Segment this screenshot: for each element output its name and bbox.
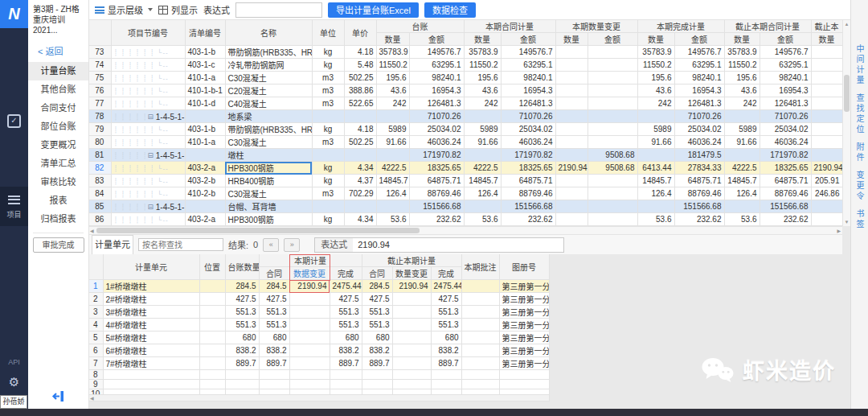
cell[interactable]: 551.3 (259, 306, 289, 319)
cell[interactable]: 16954.3 (501, 84, 555, 97)
row-number[interactable]: 86 (88, 213, 111, 226)
row-number[interactable]: 9 (88, 380, 103, 389)
cell[interactable] (225, 380, 259, 389)
cell[interactable] (588, 200, 637, 213)
cell[interactable] (811, 136, 842, 149)
cell[interactable]: 7#桥墩墩柱 (103, 357, 199, 370)
row-number[interactable]: 84 (88, 187, 111, 200)
gear-icon[interactable]: ⚙ (0, 375, 28, 389)
unit-expression-value[interactable]: 2190.94 (353, 240, 563, 249)
cell[interactable]: 3#桥墩墩柱 (103, 306, 199, 319)
cell[interactable] (588, 213, 637, 226)
cell[interactable] (555, 149, 588, 162)
cell[interactable]: 149576.7 (760, 46, 811, 59)
sub-header-amt[interactable]: 金额 (674, 33, 724, 46)
cell[interactable] (588, 123, 637, 136)
panel-item-change-order[interactable]: 变更令 (854, 171, 866, 202)
cell[interactable]: 195.6 (724, 72, 760, 84)
horizontal-scroll-thumb[interactable] (96, 228, 420, 233)
row-number[interactable]: 74 (88, 59, 111, 72)
cell[interactable]: 63295.1 (760, 59, 811, 72)
cell[interactable]: 151566.68 (674, 200, 724, 213)
next-result-button[interactable]: » (284, 238, 300, 252)
sidebar-item-project[interactable]: 项目 (0, 187, 28, 226)
cell[interactable] (289, 370, 330, 380)
cell[interactable]: 88769.46 (674, 187, 724, 200)
cell[interactable]: 98240.1 (760, 72, 811, 84)
cell[interactable]: 889.7 (362, 357, 392, 370)
cell[interactable] (392, 370, 431, 380)
scroll-left-icon[interactable]: ◀ (90, 228, 94, 233)
cell[interactable] (289, 380, 330, 389)
cell[interactable] (555, 187, 588, 200)
prev-result-button[interactable]: « (263, 238, 279, 252)
cell[interactable]: 64875.71 (409, 175, 464, 187)
unit-group-header-todate[interactable]: 截止本期计量 (362, 254, 461, 267)
cell[interactable]: 427.5 (431, 293, 461, 306)
horizontal-scrollbar[interactable]: ◀ ▶ (88, 226, 842, 235)
cell[interactable] (461, 344, 499, 357)
cell[interactable]: 98240.1 (674, 72, 724, 84)
cell[interactable]: 4222.5 (724, 162, 760, 175)
cell[interactable]: 91.66 (724, 136, 760, 149)
cell[interactable] (289, 344, 330, 357)
row-number[interactable]: 85 (88, 200, 111, 213)
cell[interactable]: 838.2 (330, 344, 362, 357)
cell[interactable]: 5#桥墩墩柱 (103, 332, 199, 344)
sub-header-qty[interactable]: 数量 (464, 33, 501, 46)
cell[interactable]: kg (312, 175, 344, 187)
expression-input[interactable] (235, 2, 322, 18)
cell[interactable] (555, 72, 588, 84)
cell[interactable] (392, 319, 431, 332)
cell[interactable]: 16954.3 (760, 84, 811, 97)
cell[interactable] (461, 370, 499, 380)
cell[interactable] (588, 97, 637, 110)
cell[interactable]: 171970.82 (501, 149, 555, 162)
tree-cell[interactable]: ⊟ 1-4-5-1- (111, 200, 185, 213)
cell[interactable]: 11550.2 (724, 59, 760, 72)
cell[interactable]: 2190.94 (392, 280, 431, 293)
row-number[interactable]: 75 (88, 72, 111, 84)
cell[interactable]: 第三册第一分册 (499, 357, 549, 370)
col-header-unit[interactable]: 单位 (312, 20, 344, 46)
row-number[interactable]: 2 (88, 293, 103, 306)
cell[interactable]: 35783.9 (724, 46, 760, 59)
cell[interactable]: 410-1-a (185, 136, 225, 149)
cell[interactable]: 11550.2 (637, 59, 674, 72)
cell[interactable] (811, 97, 842, 110)
cell[interactable]: 284.5 (225, 280, 259, 293)
cell[interactable]: 232.62 (674, 213, 724, 226)
cell[interactable]: 126481.3 (501, 97, 555, 110)
tree-cell[interactable] (111, 84, 185, 97)
row-number[interactable]: 82 (88, 162, 111, 175)
row-number[interactable]: 5 (88, 332, 103, 344)
cell[interactable] (289, 293, 330, 306)
cell[interactable] (724, 110, 760, 123)
cell[interactable]: m3 (312, 84, 344, 97)
group-header-todate-contract[interactable]: 截止本期合同计量 (724, 20, 811, 33)
cell[interactable]: 126481.3 (409, 97, 464, 110)
cell[interactable]: 551.3 (259, 319, 289, 332)
tree-cell[interactable] (111, 136, 185, 149)
cell[interactable]: 410-1-d (185, 97, 225, 110)
cell[interactable]: 2190.94 (811, 162, 842, 175)
cell[interactable]: 838.2 (431, 344, 461, 357)
menu-item-other-ledger[interactable]: 其他台账 (28, 80, 88, 99)
cell[interactable]: 第三册第一分册 (499, 306, 549, 319)
cell[interactable]: 126.4 (376, 187, 409, 200)
cell[interactable]: 2475.44 (330, 280, 362, 293)
cell[interactable]: 6413.44 (637, 162, 674, 175)
menu-item-change-overview[interactable]: 变更概况 (28, 136, 88, 154)
tree-cell[interactable] (111, 123, 185, 136)
cell[interactable]: 6#桥墩墩柱 (103, 344, 199, 357)
cell[interactable]: 14845.7 (464, 175, 501, 187)
cell[interactable] (461, 319, 499, 332)
col-header-price[interactable]: 单价 (344, 20, 376, 46)
cell[interactable]: 18325.65 (760, 162, 811, 175)
menu-item-review-compare[interactable]: 审核比较 (28, 173, 88, 192)
cell[interactable]: 551.3 (330, 319, 362, 332)
cell[interactable] (103, 380, 199, 389)
cell[interactable]: 53.6 (637, 213, 674, 226)
cell[interactable]: 403-2-a (185, 213, 225, 226)
cell[interactable] (312, 149, 344, 162)
